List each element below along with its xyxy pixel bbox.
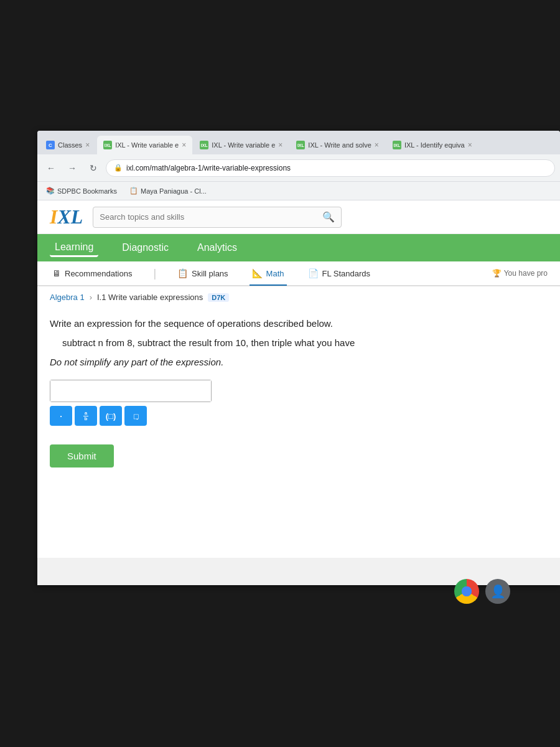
user-icon-glyph: 👤 (490, 584, 506, 599)
skill-plans-icon: 📋 (177, 268, 188, 278)
fl-standards-icon: 📄 (308, 268, 319, 278)
tab-close-ixl4[interactable]: × (468, 141, 472, 149)
bookmark-sdpbc-icon: 📚 (46, 187, 55, 195)
ixl-logo: I XL (50, 205, 83, 228)
mixed-icon: □̣ (133, 413, 139, 420)
tab-ixl4[interactable]: IXL IXL - Identify equiva × (386, 136, 478, 154)
problem-note: Do not simplify any part of the expressi… (50, 357, 548, 367)
forward-button[interactable]: → (63, 159, 81, 177)
bookmark-maya[interactable]: 📋 Maya Paniagua - Cl... (126, 186, 210, 196)
trophy-icon: 🏆 (492, 269, 502, 278)
tab-close-ixl2[interactable]: × (278, 141, 282, 149)
tab-favicon-ixl3: IXL (296, 141, 305, 149)
math-btn-parens[interactable]: (□) (100, 406, 122, 426)
fraction-icon: a b (83, 411, 89, 421)
taskbar: 👤 (454, 579, 510, 604)
breadcrumb: Algebra 1 › I.1 Write variable expressio… (37, 286, 560, 308)
page-content: I XL 🔍 Learning Diagnostic Analytics 🖥 R… (37, 200, 560, 558)
address-bar-row: ← → ↻ 🔒 ixl.com/math/algebra-1/write-var… (37, 154, 560, 182)
search-bar[interactable]: 🔍 (93, 207, 342, 228)
answer-area: · a b (□) □̣ (50, 380, 548, 426)
ixl-header: I XL 🔍 (37, 200, 560, 234)
sub-nav-divider-1: | (153, 267, 156, 280)
back-button[interactable]: ← (42, 159, 60, 177)
sub-nav-fl-standards[interactable]: 📄 FL Standards (306, 262, 373, 286)
recommendations-icon: 🖥 (52, 268, 61, 278)
nav-learning[interactable]: Learning (50, 239, 98, 257)
math-btn-fraction[interactable]: a b (75, 406, 97, 426)
math-btn-mixed[interactable]: □̣ (124, 406, 147, 426)
breadcrumb-separator: › (90, 293, 92, 302)
main-content: Write an expression for the sequence of … (37, 308, 560, 477)
breadcrumb-current: I.1 Write variable expressions (97, 293, 203, 302)
tab-ixl2[interactable]: IXL IXL - Write variable e × (194, 136, 289, 154)
ixl-logo-i: I (50, 205, 57, 228)
tab-ixl1[interactable]: IXL IXL - Write variable e × (97, 136, 192, 154)
problem-instruction: Write an expression for the sequence of … (50, 318, 548, 329)
skill-badge: D7K (208, 293, 229, 302)
sub-nav-skill-plans-label: Skill plans (192, 269, 228, 278)
lock-icon: 🔒 (114, 164, 123, 172)
bookmark-sdpbc[interactable]: 📚 SDPBC Bookmarks (42, 186, 121, 196)
bookmark-maya-label: Maya Paniagua - Cl... (141, 187, 207, 195)
tab-close-ixl3[interactable]: × (375, 141, 379, 149)
reload-button[interactable]: ↻ (85, 159, 102, 177)
tab-label-ixl2: IXL - Write variable e (212, 141, 275, 149)
tab-favicon-ixl1: IXL (103, 141, 112, 149)
tab-bar: C Classes × IXL IXL - Write variable e ×… (37, 131, 560, 154)
answer-text-input[interactable] (50, 380, 211, 402)
search-icon: 🔍 (322, 211, 335, 223)
tab-favicon-classes: C (46, 141, 55, 149)
tab-favicon-ixl4: IXL (393, 141, 401, 149)
sub-nav-fl-standards-label: FL Standards (322, 269, 371, 278)
tab-close-classes[interactable]: × (85, 141, 90, 149)
submit-button[interactable]: Submit (50, 444, 114, 467)
ixl-logo-xl: XL (57, 205, 83, 228)
sub-nav-math[interactable]: 📐 Math (250, 262, 287, 286)
bookmark-maya-icon: 📋 (129, 187, 138, 195)
tab-label-classes: Classes (58, 141, 82, 149)
browser-window: C Classes × IXL IXL - Write variable e ×… (37, 131, 560, 585)
tab-close-ixl1[interactable]: × (182, 141, 186, 149)
sub-nav: 🖥 Recommendations | 📋 Skill plans 📐 Math… (37, 261, 560, 286)
nav-analytics[interactable]: Analytics (192, 240, 242, 256)
sub-nav-skill-plans[interactable]: 📋 Skill plans (175, 262, 231, 286)
nav-green: Learning Diagnostic Analytics (37, 234, 560, 261)
problem-expression: subtract n from 8, subtract the result f… (62, 337, 548, 348)
breadcrumb-parent[interactable]: Algebra 1 (50, 293, 85, 302)
bookmark-sdpbc-label: SDPBC Bookmarks (57, 187, 117, 195)
math-btn-dot[interactable]: · (50, 406, 72, 426)
tab-label-ixl1: IXL - Write variable e (115, 141, 179, 149)
sub-nav-recommendations-label: Recommendations (65, 269, 132, 278)
user-taskbar-icon[interactable]: 👤 (485, 579, 510, 604)
parens-icon: (□) (106, 411, 116, 421)
tab-favicon-ixl2: IXL (200, 141, 208, 149)
tab-ixl3[interactable]: IXL IXL - Write and solve × (290, 136, 385, 154)
address-bar[interactable]: 🔒 ixl.com/math/algebra-1/write-variable-… (106, 159, 555, 177)
tab-label-ixl3: IXL - Write and solve (308, 141, 371, 149)
tab-label-ixl4: IXL - Identify equiva (404, 141, 465, 149)
sub-nav-recommendations[interactable]: 🖥 Recommendations (50, 262, 134, 286)
search-input[interactable] (100, 212, 317, 222)
math-icon: 📐 (252, 268, 263, 278)
nav-diagnostic[interactable]: Diagnostic (117, 240, 174, 256)
bookmarks-bar: 📚 SDPBC Bookmarks 📋 Maya Paniagua - Cl..… (37, 182, 560, 200)
address-text: ixl.com/math/algebra-1/write-variable-ex… (126, 164, 291, 172)
chrome-taskbar-icon[interactable] (454, 579, 479, 604)
outer-dark-top (0, 0, 560, 137)
points-area: 🏆 You have pro (492, 269, 548, 278)
math-toolbar: · a b (□) □̣ (50, 406, 548, 426)
sub-nav-math-label: Math (266, 269, 284, 278)
answer-input-box[interactable] (50, 380, 212, 402)
tab-classes[interactable]: C Classes × (40, 136, 96, 154)
points-text: You have pro (504, 269, 548, 278)
